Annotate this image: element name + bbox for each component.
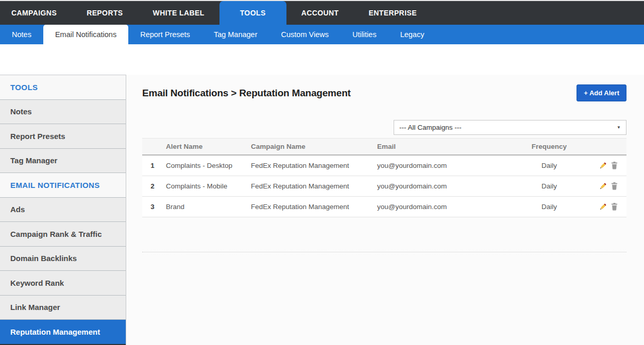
row-number: 2 bbox=[142, 176, 163, 197]
frequency-cell: Daily bbox=[508, 197, 590, 217]
sidebar-item-reputation-management[interactable]: Reputation Management bbox=[0, 320, 126, 345]
row-actions bbox=[590, 176, 626, 197]
nav-item-account[interactable]: ACCOUNT bbox=[286, 1, 354, 25]
delete-trash-icon[interactable] bbox=[610, 161, 619, 170]
sidebar-section-email-notifications[interactable]: EMAIL NOTIFICATIONS bbox=[0, 173, 126, 198]
alerts-table-head: Alert Name Campaign Name Email Frequency bbox=[142, 139, 626, 156]
row-number: 1 bbox=[142, 155, 163, 176]
frequency-cell: Daily bbox=[508, 155, 590, 176]
subnav-item-tag-manager[interactable]: Tag Manager bbox=[202, 25, 269, 44]
edit-pencil-icon[interactable] bbox=[599, 162, 607, 170]
nav-item-enterprise[interactable]: ENTERPRISE bbox=[353, 1, 431, 25]
subnav-item-report-presets[interactable]: Report Presets bbox=[128, 25, 202, 44]
row-actions bbox=[590, 197, 626, 217]
main-header: Email Notifications > Reputation Managem… bbox=[142, 84, 626, 101]
col-header-alert-name: Alert Name bbox=[163, 139, 248, 156]
dotted-divider bbox=[142, 252, 626, 252]
header-row: Alert Name Campaign Name Email Frequency bbox=[142, 139, 626, 156]
col-header-email: Email bbox=[374, 139, 508, 156]
col-header-campaign-name: Campaign Name bbox=[248, 139, 374, 156]
delete-trash-icon[interactable] bbox=[610, 182, 619, 191]
subnav-item-custom-views[interactable]: Custom Views bbox=[269, 25, 341, 44]
edit-pencil-icon[interactable] bbox=[599, 203, 607, 211]
filter-row: --- All Campaigns --- ▼ bbox=[142, 120, 626, 135]
nav-item-tools[interactable]: TOOLS bbox=[219, 1, 286, 25]
sidebar: TOOLS Notes Report Presets Tag Manager E… bbox=[0, 75, 126, 345]
sidebar-item-tag-manager[interactable]: Tag Manager bbox=[0, 149, 126, 174]
subnav-item-legacy[interactable]: Legacy bbox=[388, 25, 436, 44]
frequency-cell: Daily bbox=[508, 176, 590, 197]
secondary-nav: Notes Email Notifications Report Presets… bbox=[0, 25, 644, 44]
alerts-table: Alert Name Campaign Name Email Frequency… bbox=[142, 138, 626, 217]
sidebar-item-keyword-rank[interactable]: Keyword Rank bbox=[0, 271, 126, 296]
subnav-item-email-notifications[interactable]: Email Notifications bbox=[43, 25, 128, 44]
page-title: Email Notifications > Reputation Managem… bbox=[142, 88, 351, 99]
alert-name-cell: Complaints - Mobile bbox=[163, 176, 248, 197]
nav-item-white-label[interactable]: WHITE LABEL bbox=[138, 1, 219, 25]
sidebar-item-notes[interactable]: Notes bbox=[0, 100, 126, 125]
col-header-frequency: Frequency bbox=[508, 139, 590, 156]
delete-trash-icon[interactable] bbox=[610, 202, 619, 211]
edit-pencil-icon[interactable] bbox=[599, 182, 607, 191]
sidebar-item-domain-backlinks[interactable]: Domain Backlinks bbox=[0, 247, 126, 271]
main-content: Email Notifications > Reputation Managem… bbox=[126, 75, 644, 345]
chevron-down-icon: ▼ bbox=[617, 125, 621, 130]
sidebar-item-report-presets[interactable]: Report Presets bbox=[0, 124, 126, 149]
table-row: 1 Complaints - Desktop FedEx Reputation … bbox=[142, 155, 626, 176]
sidebar-section-tools[interactable]: TOOLS bbox=[0, 75, 126, 100]
sidebar-item-link-manager[interactable]: Link Manager bbox=[0, 296, 126, 320]
email-cell: you@yourdomain.com bbox=[374, 197, 508, 217]
table-row: 3 Brand FedEx Reputation Management you@… bbox=[142, 197, 626, 217]
primary-nav: CAMPAIGNS REPORTS WHITE LABEL TOOLS ACCO… bbox=[0, 1, 644, 25]
nav-item-campaigns[interactable]: CAMPAIGNS bbox=[0, 1, 72, 25]
campaign-name-cell: FedEx Reputation Management bbox=[248, 197, 374, 217]
alerts-table-body: 1 Complaints - Desktop FedEx Reputation … bbox=[142, 155, 626, 217]
campaign-filter-value: --- All Campaigns --- bbox=[399, 124, 462, 131]
campaign-filter-select[interactable]: --- All Campaigns --- ▼ bbox=[394, 120, 626, 135]
content-layout: TOOLS Notes Report Presets Tag Manager E… bbox=[0, 75, 644, 345]
alert-name-cell: Complaints - Desktop bbox=[163, 155, 248, 176]
row-number: 3 bbox=[142, 197, 163, 217]
subnav-item-utilities[interactable]: Utilities bbox=[341, 25, 388, 44]
email-cell: you@yourdomain.com bbox=[374, 155, 508, 176]
campaign-name-cell: FedEx Reputation Management bbox=[248, 155, 374, 176]
alert-name-cell: Brand bbox=[163, 197, 248, 217]
sidebar-item-campaign-rank-traffic[interactable]: Campaign Rank & Traffic bbox=[0, 222, 126, 247]
sidebar-item-ads[interactable]: Ads bbox=[0, 198, 126, 222]
col-header-actions bbox=[590, 139, 626, 156]
table-row: 2 Complaints - Mobile FedEx Reputation M… bbox=[142, 176, 626, 197]
row-actions bbox=[590, 155, 626, 176]
email-cell: you@yourdomain.com bbox=[374, 176, 508, 197]
add-alert-button[interactable]: + Add Alert bbox=[577, 84, 626, 101]
col-header-number bbox=[142, 139, 163, 156]
campaign-name-cell: FedEx Reputation Management bbox=[248, 176, 374, 197]
nav-item-reports[interactable]: REPORTS bbox=[72, 1, 138, 25]
subnav-item-notes[interactable]: Notes bbox=[0, 25, 43, 44]
